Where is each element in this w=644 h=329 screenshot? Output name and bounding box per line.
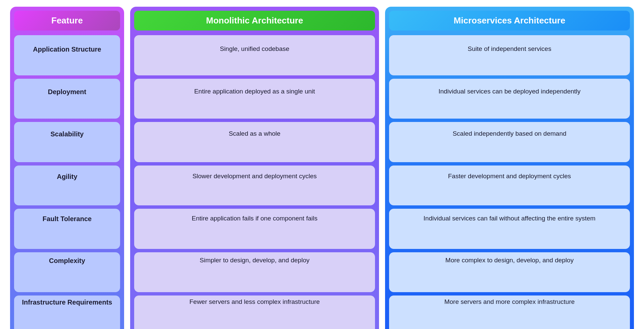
- cell-monolithic-0: Single, unified codebase: [134, 35, 375, 75]
- monolithic-value-5: Simpler to design, develop, and deploy: [200, 256, 309, 289]
- microservices-header: Microservices Architecture: [389, 11, 630, 30]
- cell-feature-6: Infrastructure Requirements: [14, 295, 120, 329]
- monolithic-value-3: Slower development and deployment cycles: [193, 172, 317, 199]
- feature-header: Feature: [14, 11, 120, 30]
- cell-monolithic-5: Simpler to design, develop, and deploy: [134, 252, 375, 292]
- microservices-value-2: Scaled independently based on demand: [452, 129, 566, 154]
- monolithic-header-label: Monolithic Architecture: [206, 15, 303, 25]
- monolithic-column: Monolithic Architecture Single, unified …: [130, 7, 379, 329]
- cell-microservices-3: Faster development and deployment cycles: [389, 166, 630, 206]
- cell-monolithic-6: Fewer servers and less complex infrastru…: [134, 295, 375, 329]
- microservices-value-6: More servers and more complex infrastruc…: [444, 298, 575, 329]
- microservices-column: Microservices Architecture Suite of inde…: [385, 7, 634, 329]
- microservices-header-label: Microservices Architecture: [454, 15, 566, 25]
- monolithic-value-1: Entire application deployed as a single …: [194, 87, 315, 110]
- cell-feature-4: Fault Tolerance: [14, 209, 120, 249]
- microservices-value-3: Faster development and deployment cycles: [448, 172, 571, 199]
- feature-column: Feature Application Structure Deployment…: [10, 7, 124, 329]
- feature-label-0: Application Structure: [33, 45, 101, 66]
- microservices-value-1: Individual services can be deployed inde…: [438, 87, 581, 110]
- feature-label-4: Fault Tolerance: [43, 214, 92, 244]
- cell-feature-2: Scalability: [14, 122, 120, 162]
- cell-monolithic-3: Slower development and deployment cycles: [134, 166, 375, 206]
- cell-microservices-2: Scaled independently based on demand: [389, 122, 630, 162]
- cell-microservices-0: Suite of independent services: [389, 35, 630, 75]
- feature-label-5: Complexity: [49, 256, 85, 289]
- cell-feature-3: Agility: [14, 166, 120, 206]
- feature-label-3: Agility: [57, 172, 77, 199]
- cell-monolithic-1: Entire application deployed as a single …: [134, 79, 375, 119]
- feature-header-label: Feature: [51, 15, 83, 25]
- feature-label-2: Scalability: [51, 129, 84, 154]
- feature-label-1: Deployment: [48, 87, 86, 110]
- cell-monolithic-2: Scaled as a whole: [134, 122, 375, 162]
- monolithic-value-0: Single, unified codebase: [220, 45, 289, 66]
- cell-feature-5: Complexity: [14, 252, 120, 292]
- cell-feature-1: Deployment: [14, 79, 120, 119]
- monolithic-value-6: Fewer servers and less complex infrastru…: [190, 298, 320, 329]
- feature-label-6: Infrastructure Requirements: [22, 298, 112, 329]
- comparison-table: Feature Application Structure Deployment…: [10, 7, 634, 329]
- monolithic-header: Monolithic Architecture: [134, 11, 375, 30]
- cell-monolithic-4: Entire application fails if one componen…: [134, 209, 375, 249]
- cell-microservices-1: Individual services can be deployed inde…: [389, 79, 630, 119]
- cell-microservices-4: Individual services can fail without aff…: [389, 209, 630, 249]
- cell-microservices-5: More complex to design, develop, and dep…: [389, 252, 630, 292]
- cell-microservices-6: More servers and more complex infrastruc…: [389, 295, 630, 329]
- microservices-value-4: Individual services can fail without aff…: [424, 214, 596, 244]
- monolithic-value-2: Scaled as a whole: [229, 129, 280, 154]
- microservices-value-5: More complex to design, develop, and dep…: [445, 256, 574, 289]
- microservices-value-0: Suite of independent services: [468, 45, 551, 66]
- cell-feature-0: Application Structure: [14, 35, 120, 75]
- monolithic-value-4: Entire application fails if one componen…: [192, 214, 318, 244]
